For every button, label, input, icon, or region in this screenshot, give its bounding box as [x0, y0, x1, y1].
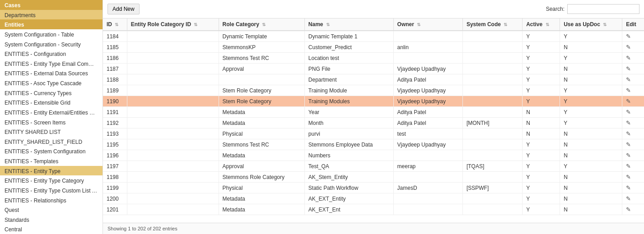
- sidebar-item-entities[interactable]: Entities: [0, 19, 103, 29]
- cell-owner: [393, 193, 462, 204]
- col-use-as-updoc[interactable]: Use as UpDoc ⇅: [560, 18, 622, 31]
- cell-edit: ✎: [622, 53, 644, 64]
- col-entity-role-category-id[interactable]: Entity Role Category ID ⇅: [127, 18, 219, 31]
- sidebar-item-entities-external-entities[interactable]: ENTITIES - Entity External/Entities Sour…: [0, 107, 103, 117]
- sort-icon-owner: ⇅: [417, 22, 420, 27]
- cell-active: Y: [523, 31, 560, 42]
- cell-edit: ✎: [622, 118, 644, 128]
- edit-icon[interactable]: ✎: [626, 141, 631, 148]
- cell-ercid: [127, 96, 219, 107]
- edit-icon[interactable]: ✎: [626, 98, 631, 105]
- sidebar-item-entities-system-config[interactable]: ENTITIES - System Configuration: [0, 146, 103, 156]
- sidebar-item-entity-shared-list-field[interactable]: ENTITY_SHARED_LIST_FIELD: [0, 137, 103, 147]
- cell-ercid: [127, 118, 219, 128]
- edit-icon[interactable]: ✎: [626, 87, 631, 94]
- cell-name: Location test: [304, 53, 393, 64]
- edit-icon[interactable]: ✎: [626, 195, 631, 202]
- sidebar-item-entities-entity-type-custom[interactable]: ENTITIES - Entity Type Custom List Assoc: [0, 185, 103, 195]
- col-name[interactable]: Name ⇅: [304, 18, 393, 31]
- cell-role-category: Physical: [219, 128, 304, 139]
- col-id[interactable]: ID ⇅: [103, 18, 127, 31]
- cell-owner: JamesD: [393, 183, 462, 193]
- edit-icon[interactable]: ✎: [626, 33, 631, 40]
- edit-icon[interactable]: ✎: [626, 206, 631, 213]
- col-role-category[interactable]: Role Category ⇅: [219, 18, 304, 31]
- sidebar-item-entities-config[interactable]: ENTITIES - Configuration: [0, 49, 103, 59]
- cell-system-code: [462, 42, 522, 53]
- cell-active: Y: [523, 42, 560, 53]
- cell-id: 1192: [103, 118, 127, 128]
- table-row: 1188DepartmentAditya PatelYN✎: [103, 74, 644, 85]
- edit-icon[interactable]: ✎: [626, 184, 631, 191]
- cell-use-as-updoc: Y: [560, 85, 622, 96]
- cell-active: Y: [523, 172, 560, 183]
- edit-icon[interactable]: ✎: [626, 152, 631, 159]
- cell-role-category: Metadata: [219, 204, 304, 215]
- cell-owner: Vjaydeep Upadhyay: [393, 85, 462, 96]
- search-input[interactable]: [567, 4, 639, 14]
- sidebar-item-entities-entity-type-email[interactable]: ENTITIES - Entity Type Email Commands: [0, 59, 103, 69]
- cell-name: Customer_Predict: [304, 42, 393, 53]
- col-active[interactable]: Active ⇅: [523, 18, 560, 31]
- sort-icon-ercid: ⇅: [194, 22, 197, 27]
- sidebar-item-entities-currency[interactable]: ENTITIES - Currency Types: [0, 88, 103, 98]
- cell-name: Numbers: [304, 150, 393, 161]
- cell-name: Test_QA: [304, 161, 393, 172]
- cell-use-as-updoc: Y: [560, 161, 622, 172]
- edit-icon[interactable]: ✎: [626, 130, 631, 137]
- table-row: 1185StemmonsKPCustomer_PredictanlinYN✎: [103, 42, 644, 53]
- edit-icon[interactable]: ✎: [626, 76, 631, 83]
- edit-icon[interactable]: ✎: [626, 119, 631, 126]
- edit-icon[interactable]: ✎: [626, 44, 631, 50]
- cell-ercid: [127, 42, 219, 53]
- sidebar-item-entities-templates[interactable]: ENTITIES - Templates: [0, 156, 103, 166]
- cell-active: Y: [523, 193, 560, 204]
- edit-icon[interactable]: ✎: [626, 55, 631, 61]
- cell-active: N: [523, 128, 560, 139]
- cell-edit: ✎: [622, 96, 644, 107]
- cell-owner: Aditya Patel: [393, 74, 462, 85]
- sidebar-item-entities-entity-type[interactable]: ENTITIES - Entity Type: [0, 166, 103, 176]
- sidebar-item-entity-shared-list[interactable]: ENTITY SHARED LIST: [0, 127, 103, 137]
- cell-role-category: Metadata: [219, 193, 304, 204]
- cell-system-code: [462, 96, 522, 107]
- cell-active: Y: [523, 53, 560, 64]
- main-content: Add New Search: ID ⇅ Entity Role Categor…: [103, 0, 644, 234]
- sidebar-item-entities-assoc-type[interactable]: ENTITIES - Asoc Type Cascade: [0, 78, 103, 88]
- sidebar-item-cases[interactable]: Cases: [0, 0, 103, 10]
- sidebar-item-departments[interactable]: Departments: [0, 10, 103, 20]
- cell-role-category: StemmonsKP: [219, 42, 304, 53]
- sidebar-item-entities-entity-type-cat[interactable]: ENTITIES - Entity Type Category: [0, 175, 103, 185]
- sidebar-item-quest[interactable]: Quest: [0, 205, 103, 215]
- edit-icon[interactable]: ✎: [626, 163, 631, 170]
- toolbar-right: Search:: [546, 4, 639, 14]
- cell-owner: [393, 53, 462, 64]
- cell-owner: [393, 150, 462, 161]
- cell-use-as-updoc: N: [560, 183, 622, 193]
- add-new-button[interactable]: Add New: [107, 4, 140, 14]
- cell-system-code: [462, 85, 522, 96]
- table-row: 1191MetadataYearAditya PatelNY✎: [103, 107, 644, 118]
- col-owner[interactable]: Owner ⇅: [393, 18, 462, 31]
- table-header: ID ⇅ Entity Role Category ID ⇅ Role Cate…: [103, 18, 644, 31]
- sidebar-item-standards[interactable]: Standards: [0, 215, 103, 225]
- cell-id: 1198: [103, 172, 127, 183]
- toolbar-left: Add New: [107, 4, 140, 14]
- cell-ercid: [127, 150, 219, 161]
- edit-icon[interactable]: ✎: [626, 65, 631, 72]
- sidebar-item-sys-config-table[interactable]: System Configuration - Table: [0, 29, 103, 39]
- cell-use-as-updoc: N: [560, 128, 622, 139]
- sidebar-item-entities-extensible[interactable]: ENTITIES - Extensible Grid: [0, 97, 103, 107]
- cell-name: AK_Stem_Entity: [304, 172, 393, 183]
- sidebar-item-entities-relationships[interactable]: ENTITIES - Relationships: [0, 195, 103, 205]
- sidebar-item-entities-external-data[interactable]: ENTITIES - External Data Sources: [0, 68, 103, 78]
- cell-ercid: [127, 193, 219, 204]
- sidebar-item-central[interactable]: Central: [0, 224, 103, 234]
- cell-name: Training Modules: [304, 96, 393, 107]
- col-system-code[interactable]: System Code ⇅: [462, 18, 522, 31]
- cell-system-code: [462, 172, 522, 183]
- sidebar-item-entities-screen-items[interactable]: ENTITIES - Screen Items: [0, 117, 103, 127]
- edit-icon[interactable]: ✎: [626, 174, 631, 180]
- sidebar-item-sys-config-security[interactable]: System Configuration - Security: [0, 39, 103, 49]
- edit-icon[interactable]: ✎: [626, 109, 631, 115]
